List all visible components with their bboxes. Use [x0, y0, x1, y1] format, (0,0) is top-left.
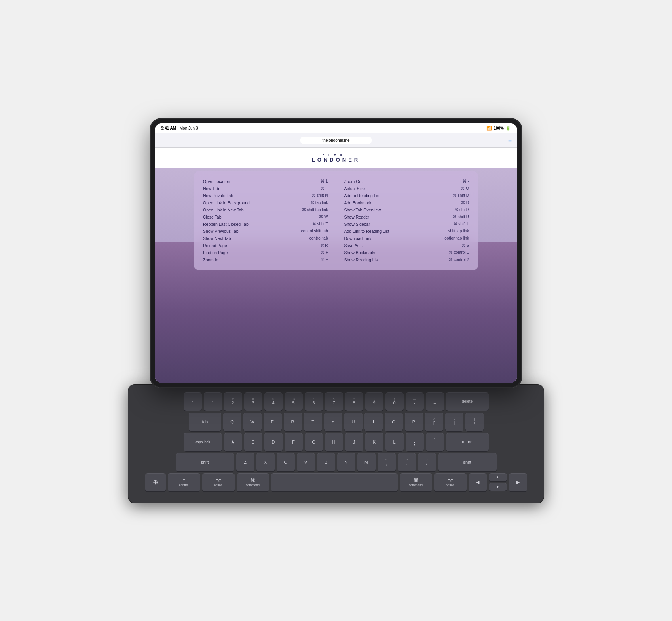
key-globe[interactable]: ⊕	[145, 473, 166, 491]
key-p[interactable]: P	[405, 413, 423, 431]
shortcut-row: Save As... ⌘ S	[344, 242, 469, 249]
shortcut-row: Show Previous Tab control shift tab	[203, 228, 328, 235]
shortcut-row: New Tab ⌘ T	[203, 185, 328, 192]
key-tab[interactable]: tab	[189, 413, 221, 431]
key-x[interactable]: X	[256, 453, 275, 471]
url-bar[interactable]: thelondoner.me	[300, 137, 372, 144]
key-6[interactable]: ^6	[305, 392, 323, 411]
key-command-right-label: command	[409, 483, 423, 487]
menu-icon[interactable]: ≡	[508, 137, 512, 144]
key-e[interactable]: E	[264, 413, 282, 431]
key-t[interactable]: T	[304, 413, 322, 431]
key-0[interactable]: )0	[385, 392, 404, 411]
key-shift-right[interactable]: shift	[438, 453, 497, 471]
shortcut-row: Find on Page ⌘ F	[203, 249, 328, 256]
shortcut-key: ⌘ shift T	[312, 222, 328, 226]
shortcut-key: option tap link	[444, 236, 469, 240]
key-option-left[interactable]: ⌥ option	[202, 473, 235, 491]
shortcut-key: ⌘ control 1	[449, 250, 469, 255]
ipad-device: 9:41 AM Mon Jun 3 📶 100% 🔋 thelondoner.m…	[150, 118, 522, 388]
shortcut-key: ⌘ shift D	[453, 193, 469, 198]
key-semicolon[interactable]: :;	[406, 433, 424, 451]
url-text: thelondoner.me	[323, 138, 350, 143]
shortcut-column-left: Open Location ⌘ L New Tab ⌘ T New Privat…	[203, 178, 336, 263]
key-arrow-right[interactable]: ▶	[509, 473, 527, 491]
key-2[interactable]: @2	[224, 392, 242, 411]
key-n[interactable]: N	[337, 453, 355, 471]
key-option-right[interactable]: ⌥ option	[434, 473, 467, 491]
shortcut-action: New Private Tab	[203, 193, 233, 198]
key-backslash[interactable]: |\	[465, 413, 484, 431]
key-z[interactable]: Z	[236, 453, 254, 471]
key-f[interactable]: F	[285, 433, 303, 451]
key-row-1: ~` !1 @2 #3 $4 %5 ^6 &7 *8 (9 )0 —- += d…	[138, 392, 534, 411]
key-k[interactable]: K	[365, 433, 383, 451]
site-header: · T H E · LONDONER	[155, 148, 517, 168]
key-bracket-left[interactable]: {[	[425, 413, 443, 431]
key-slash[interactable]: ?/	[418, 453, 436, 471]
shortcut-action: Reopen Last Closed Tab	[203, 222, 249, 227]
key-g[interactable]: G	[305, 433, 323, 451]
key-return[interactable]: return	[446, 433, 489, 451]
key-d[interactable]: D	[264, 433, 283, 451]
shortcut-row: Show Sidebar ⌘ shift L	[344, 221, 469, 228]
key-v[interactable]: V	[297, 453, 315, 471]
key-1[interactable]: !1	[204, 392, 222, 411]
key-3[interactable]: #3	[244, 392, 262, 411]
battery-icon: 🔋	[505, 126, 511, 131]
key-a[interactable]: A	[224, 433, 242, 451]
key-tilde[interactable]: ~`	[184, 392, 202, 411]
key-y[interactable]: Y	[324, 413, 342, 431]
key-l[interactable]: L	[385, 433, 404, 451]
shortcut-row: Reload Page ⌘ R	[203, 242, 328, 249]
key-period[interactable]: >.	[398, 453, 416, 471]
key-space[interactable]	[271, 473, 398, 491]
key-arrow-down[interactable]: ▼	[489, 483, 507, 491]
key-comma[interactable]: <,	[378, 453, 396, 471]
key-9[interactable]: (9	[365, 392, 383, 411]
key-s[interactable]: S	[244, 433, 262, 451]
key-7[interactable]: &7	[325, 392, 343, 411]
key-arrow-left[interactable]: ◀	[469, 473, 487, 491]
shortcut-action: Show Tab Overview	[344, 208, 381, 212]
key-caps-lock[interactable]: caps lock	[184, 433, 222, 451]
key-b[interactable]: B	[317, 453, 335, 471]
key-4[interactable]: $4	[264, 392, 283, 411]
key-row-3: caps lock A S D F G H J K L :; "' return	[138, 433, 534, 451]
key-bracket-right[interactable]: }]	[445, 413, 463, 431]
shortcut-key: control shift tab	[301, 229, 328, 233]
shortcut-row: Close Tab ⌘ W	[203, 213, 328, 221]
key-quote[interactable]: "'	[426, 433, 444, 451]
key-w[interactable]: W	[243, 413, 262, 431]
shortcut-action: Zoom In	[203, 257, 218, 262]
key-delete[interactable]: delete	[446, 392, 489, 411]
key-equal[interactable]: +=	[426, 392, 444, 411]
key-c[interactable]: C	[277, 453, 295, 471]
status-date: Mon Jun 3	[180, 126, 198, 130]
key-row-5: ⊕ ⌃ control ⌥ option ⌘ command ⌘ command…	[138, 473, 534, 491]
key-q[interactable]: Q	[223, 413, 241, 431]
key-control-left[interactable]: ⌃ control	[168, 473, 200, 491]
shortcut-key: ⌘ shift \	[454, 208, 469, 212]
key-j[interactable]: J	[345, 433, 363, 451]
shortcut-action: Add to Reading List	[344, 193, 381, 198]
key-u[interactable]: U	[344, 413, 363, 431]
shortcut-key: ⌘ T	[321, 186, 328, 190]
key-8[interactable]: *8	[345, 392, 363, 411]
key-shift-left[interactable]: shift	[176, 453, 234, 471]
shortcut-action: Open Link in New Tab	[203, 208, 244, 212]
key-i[interactable]: I	[364, 413, 383, 431]
key-minus[interactable]: —-	[406, 392, 424, 411]
shortcut-action: Download Link	[344, 236, 372, 241]
key-5[interactable]: %5	[285, 392, 303, 411]
key-arrow-up[interactable]: ▲	[489, 473, 507, 481]
key-o[interactable]: O	[385, 413, 403, 431]
key-r[interactable]: R	[284, 413, 302, 431]
shortcut-key: ⌘ control 2	[449, 257, 469, 262]
shortcut-key: ⌘ +	[321, 257, 328, 262]
key-h[interactable]: H	[325, 433, 343, 451]
key-m[interactable]: M	[357, 453, 376, 471]
shortcut-action: Open Link in Background	[203, 200, 250, 205]
key-command-left[interactable]: ⌘ command	[237, 473, 269, 491]
key-command-right[interactable]: ⌘ command	[400, 473, 432, 491]
